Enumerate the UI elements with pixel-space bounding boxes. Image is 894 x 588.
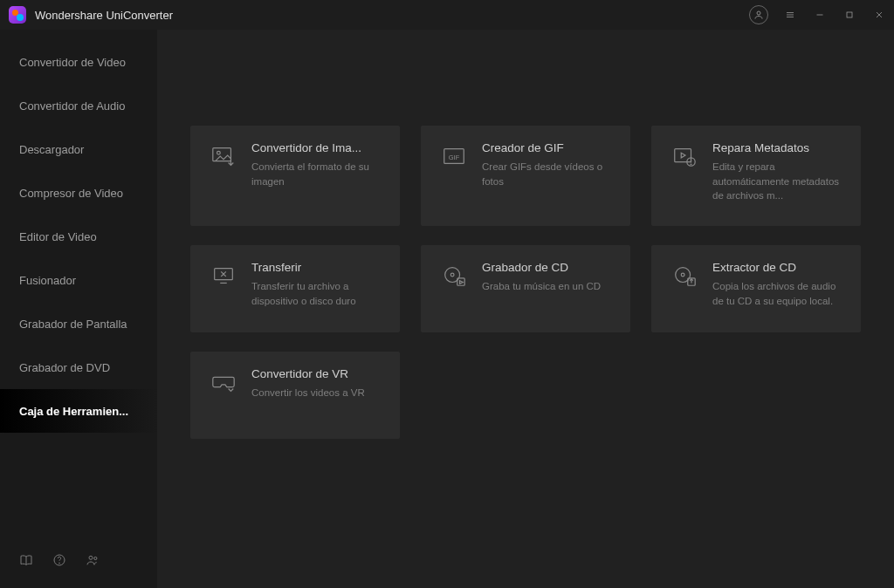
- sidebar-item-video-converter[interactable]: Convertidor de Video: [0, 40, 157, 84]
- sidebar-item-downloader[interactable]: Descargador: [0, 127, 157, 171]
- card-cd-ripper[interactable]: Extractor de CD Copia los archivos de au…: [651, 245, 861, 332]
- vr-icon: [206, 367, 241, 439]
- gif-icon: GIF: [437, 141, 471, 226]
- card-fix-metadata[interactable]: Repara Metadatos Edita y repara automáti…: [651, 126, 861, 226]
- main-content: Convertidor de Ima... Convierta el forma…: [157, 30, 894, 588]
- card-desc: Convertir los videos a VR: [251, 386, 386, 400]
- guide-button[interactable]: [19, 553, 33, 571]
- card-gif-maker[interactable]: GIF Creador de GIF Crear GIFs desde víde…: [421, 126, 630, 226]
- tool-grid: Convertidor de Ima... Convierta el forma…: [190, 126, 870, 439]
- card-transfer[interactable]: Transferir Transferir tu archivo a dispo…: [190, 245, 400, 332]
- card-cd-burner[interactable]: Grabador de CD Graba tu música en un CD: [421, 245, 630, 332]
- app-body: Convertidor de Video Convertidor de Audi…: [0, 30, 894, 588]
- sidebar-item-video-editor[interactable]: Editor de Video: [0, 215, 157, 258]
- card-desc: Crear GIFs desde vídeos o fotos: [482, 160, 616, 188]
- card-image-converter[interactable]: Convertidor de Ima... Convierta el forma…: [190, 126, 400, 226]
- maximize-icon: [844, 10, 855, 20]
- user-icon: [753, 10, 764, 20]
- sidebar-item-toolbox[interactable]: Caja de Herramien...: [0, 389, 157, 433]
- close-button[interactable]: [864, 0, 894, 30]
- sidebar-footer: [0, 553, 157, 588]
- svg-text:GIF: GIF: [449, 154, 460, 161]
- image-icon: [206, 141, 241, 226]
- card-desc: Copia los archivos de audio de tu CD a s…: [712, 279, 847, 308]
- sidebar-item-dvd-burner[interactable]: Grabador de DVD: [0, 345, 157, 389]
- card-desc: Transferir tu archivo a dispositivo o di…: [251, 279, 386, 308]
- card-title: Repara Metadatos: [712, 141, 847, 154]
- sidebar-item-screen-recorder[interactable]: Grabador de Pantalla: [0, 302, 157, 345]
- close-icon: [874, 10, 884, 20]
- people-icon: [86, 553, 100, 567]
- minimize-icon: [815, 10, 825, 20]
- card-desc: Edita y repara automáticamente metadatos…: [712, 160, 847, 203]
- app-window: Wondershare UniConverter Convertidor de …: [0, 0, 894, 588]
- titlebar: Wondershare UniConverter: [0, 0, 894, 30]
- card-title: Convertidor de VR: [251, 367, 386, 380]
- sidebar-item-video-compressor[interactable]: Compresor de Video: [0, 171, 157, 215]
- svg-point-11: [89, 556, 93, 559]
- svg-marker-27: [460, 281, 464, 284]
- titlebar-controls: [749, 0, 894, 30]
- card-vr-converter[interactable]: Convertidor de VR Convertir los videos a…: [190, 352, 400, 439]
- svg-rect-17: [675, 149, 691, 162]
- sidebar: Convertidor de Video Convertidor de Audi…: [0, 30, 157, 588]
- card-title: Grabador de CD: [482, 261, 616, 274]
- sidebar-item-merger[interactable]: Fusionador: [0, 258, 157, 302]
- svg-rect-13: [213, 148, 231, 161]
- svg-point-21: [691, 164, 691, 165]
- maximize-button[interactable]: [835, 0, 864, 30]
- question-icon: [52, 553, 66, 567]
- svg-point-0: [757, 11, 760, 15]
- svg-point-14: [217, 151, 221, 154]
- transfer-icon: [206, 261, 241, 332]
- help-button[interactable]: [52, 553, 66, 571]
- card-desc: Graba tu música en un CD: [482, 279, 616, 294]
- svg-point-10: [59, 563, 60, 564]
- app-title: Wondershare UniConverter: [35, 9, 173, 22]
- svg-point-25: [450, 273, 454, 277]
- hamburger-icon: [785, 10, 795, 20]
- svg-point-29: [681, 273, 684, 277]
- minimize-button[interactable]: [805, 0, 835, 30]
- card-title: Extractor de CD: [712, 261, 847, 274]
- cd-rip-icon: [667, 261, 702, 332]
- card-title: Transferir: [251, 261, 386, 274]
- card-title: Creador de GIF: [482, 141, 616, 154]
- sidebar-item-audio-converter[interactable]: Convertidor de Audio: [0, 84, 157, 127]
- user-account-button[interactable]: [749, 5, 768, 24]
- card-desc: Convierta el formato de su imagen: [251, 160, 386, 188]
- community-button[interactable]: [86, 553, 100, 571]
- metadata-icon: [667, 141, 702, 226]
- card-title: Convertidor de Ima...: [251, 141, 386, 154]
- svg-point-12: [94, 557, 97, 559]
- book-icon: [19, 553, 33, 567]
- svg-rect-5: [847, 12, 852, 17]
- cd-burn-icon: [437, 261, 471, 332]
- svg-marker-18: [681, 153, 685, 158]
- menu-button[interactable]: [775, 0, 805, 30]
- app-logo-icon: [9, 6, 26, 24]
